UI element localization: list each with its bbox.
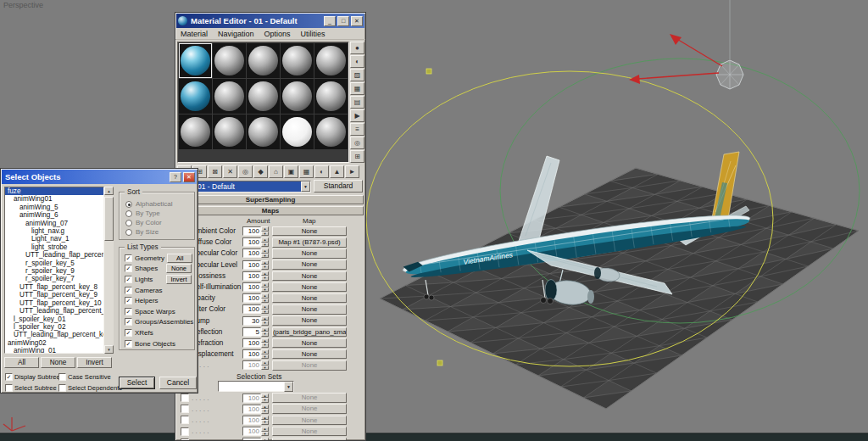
map-enable-checkbox[interactable] <box>181 394 189 402</box>
invert-button[interactable]: Invert <box>77 357 112 368</box>
map-slot-button[interactable]: None <box>272 282 347 293</box>
map-amount-spinner[interactable]: ▲▼ <box>261 327 269 337</box>
scroll-down-icon[interactable]: ▼ <box>104 345 114 354</box>
list-type-checkbox[interactable]: ✓ <box>125 276 132 283</box>
all-button[interactable]: All <box>4 357 39 368</box>
material-editor-titlebar[interactable]: Material Editor - 01 - Default _ □ ✕ <box>176 14 364 28</box>
material-type-button[interactable]: Standard <box>314 180 363 193</box>
go-forward-to-sibling-button[interactable]: ► <box>345 165 359 178</box>
map-amount-spinner[interactable]: ▲▼ <box>261 282 269 292</box>
map-amount-spinner[interactable]: ▲▼ <box>261 349 269 359</box>
show-map-in-viewport-button[interactable]: ▦ <box>299 165 314 178</box>
object-list-item[interactable]: light_nav.g <box>5 227 103 235</box>
map-amount-field[interactable]: 100 <box>242 360 261 370</box>
map-amount-field[interactable]: 100 <box>242 349 261 359</box>
object-list-item[interactable]: UTT_flap_percent_key_8 <box>5 283 103 291</box>
object-list-item[interactable]: r_spoiler_key_5 <box>5 260 103 267</box>
list-type-checkbox[interactable]: ✓ <box>125 297 132 304</box>
video-color-check-button[interactable]: ▤ <box>350 96 364 109</box>
map-amount-field[interactable]: 5 <box>242 327 261 337</box>
map-slot-button[interactable]: None <box>272 260 347 270</box>
object-list-item[interactable]: l_spoiler_key_01 <box>5 315 103 323</box>
material-sample-slot[interactable] <box>314 114 348 149</box>
put-to-library-button[interactable]: ⌂ <box>269 165 283 178</box>
viewport-label[interactable]: Perspective <box>3 1 43 9</box>
none-button[interactable]: None <box>41 357 75 368</box>
material-sample-slot[interactable] <box>281 114 314 149</box>
rollout-supersampling[interactable]: SuperSampling <box>177 195 364 204</box>
map-slot-button[interactable]: None <box>272 338 347 349</box>
object-list-item[interactable]: fuze <box>5 187 103 195</box>
material-sample-slot[interactable] <box>179 114 212 149</box>
list-type-checkbox[interactable]: ✓ <box>125 265 132 272</box>
object-list-item[interactable]: l_spoiler_key_02 <box>5 323 103 331</box>
list-type-checkbox[interactable]: ✓ <box>125 287 132 294</box>
material-id-channel-button[interactable]: ▣ <box>284 165 298 178</box>
map-amount-spinner[interactable]: ▲▼ <box>261 304 269 314</box>
map-amount-field[interactable]: 100 <box>242 427 261 436</box>
reset-map-button[interactable]: ✕ <box>223 165 237 178</box>
material-map-navigator-button[interactable]: ⊞ <box>350 150 364 163</box>
object-list-item[interactable]: UTT_leading_flap_percent_key_06 <box>5 331 103 338</box>
option-checkbox[interactable] <box>5 384 13 392</box>
object-list-item[interactable]: UTT_flap_percent_key_10 <box>5 299 103 307</box>
map-slot-button[interactable]: Map #1 (B787-9.psd) <box>272 237 347 248</box>
map-amount-field[interactable]: 100 <box>242 394 261 403</box>
map-slot-button[interactable]: None <box>272 271 347 282</box>
list-types-none-button[interactable]: None <box>166 264 192 273</box>
material-sample-slot[interactable] <box>247 43 280 78</box>
option-checkbox[interactable]: ✓ <box>5 373 13 381</box>
rollout-maps[interactable]: Maps <box>177 206 364 215</box>
object-list-item[interactable]: UTT_leading_flap_percent_key <box>5 251 103 259</box>
map-amount-spinner[interactable]: ▲▼ <box>261 416 269 425</box>
map-amount-field[interactable]: 100 <box>242 416 261 425</box>
map-amount-field[interactable]: 100 <box>242 293 261 303</box>
option-checkbox[interactable] <box>58 373 66 381</box>
map-amount-field[interactable]: 100 <box>242 271 261 281</box>
map-slot-button[interactable]: None <box>272 427 347 437</box>
map-amount-field[interactable]: 100 <box>242 304 261 314</box>
list-type-checkbox[interactable]: ✓ <box>125 254 132 262</box>
object-list-item[interactable]: animWing_07 <box>5 220 103 227</box>
map-amount-spinner[interactable]: ▲▼ <box>261 438 269 441</box>
map-enable-checkbox[interactable] <box>181 427 189 436</box>
map-amount-field[interactable]: 100 <box>242 237 261 247</box>
menu-navigation[interactable]: Navigation <box>213 30 259 38</box>
selection-sets-dropdown[interactable]: ▼ <box>218 381 294 392</box>
map-amount-spinner[interactable]: ▲▼ <box>261 316 269 326</box>
chevron-down-icon[interactable]: ▼ <box>284 382 293 392</box>
help-button[interactable]: ? <box>170 172 181 182</box>
map-amount-field[interactable]: 100 <box>242 338 261 348</box>
map-amount-spinner[interactable]: ▲▼ <box>261 427 269 436</box>
map-amount-spinner[interactable]: ▲▼ <box>261 293 269 303</box>
map-slot-button[interactable]: None <box>272 393 347 403</box>
make-material-copy-button[interactable]: ◎ <box>238 165 253 178</box>
make-unique-button[interactable]: ◆ <box>253 165 268 178</box>
material-sample-slot[interactable] <box>213 114 246 149</box>
cancel-button[interactable]: Cancel <box>159 377 197 389</box>
object-list-item[interactable]: animWing01 <box>5 195 103 203</box>
list-type-checkbox[interactable]: ✓ <box>125 329 132 337</box>
object-list-item[interactable]: light_strobe <box>5 243 103 251</box>
options-button[interactable]: ≡ <box>350 123 364 136</box>
material-sample-slot[interactable] <box>247 79 280 114</box>
map-slot-button[interactable]: None <box>272 416 347 426</box>
gizmo-handle[interactable] <box>437 360 442 366</box>
material-sample-slot[interactable] <box>281 43 314 78</box>
object-list-item[interactable]: UTT_leading_flap_percent_key_0 <box>5 307 103 315</box>
scroll-up-icon[interactable]: ▲ <box>104 187 114 195</box>
map-amount-spinner[interactable]: ▲▼ <box>261 405 269 414</box>
object-list-scrollbar[interactable]: ▲ ▼ <box>104 187 114 354</box>
map-slot-button[interactable]: None <box>272 349 347 360</box>
map-amount-spinner[interactable]: ▲▼ <box>261 394 269 403</box>
map-slot-button[interactable]: None <box>272 293 347 304</box>
map-amount-field[interactable]: 100 <box>242 405 261 414</box>
minimize-button[interactable]: _ <box>324 16 336 26</box>
object-list-item[interactable]: UTT_flap_percent_key_9 <box>5 291 103 299</box>
go-to-parent-button[interactable]: ▲ <box>330 165 344 178</box>
map-amount-spinner[interactable]: ▲▼ <box>261 226 269 236</box>
map-amount-field[interactable]: 100 <box>242 260 261 270</box>
sort-radio[interactable] <box>125 229 132 236</box>
backlight-button[interactable]: ◐ <box>350 55 364 68</box>
map-slot-button[interactable]: None <box>272 315 347 326</box>
